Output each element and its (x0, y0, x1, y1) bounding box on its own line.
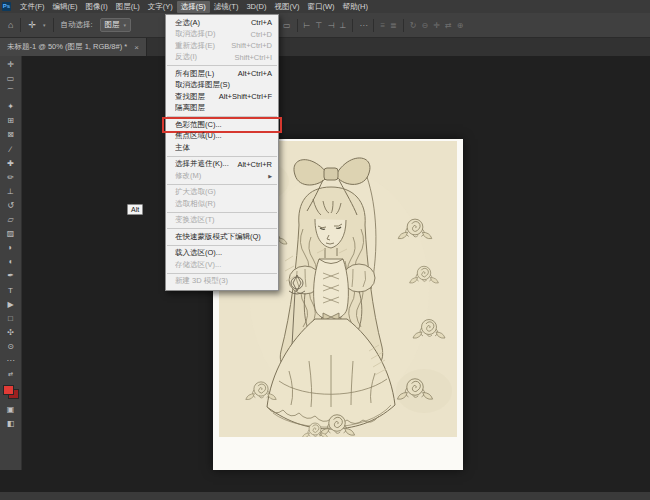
close-tab-icon[interactable]: × (134, 43, 139, 52)
chevron-down-icon: ▾ (124, 22, 127, 28)
more-options-icon[interactable]: ⋯ (359, 21, 367, 30)
move-tool-icon[interactable]: ✛ (28, 20, 36, 30)
menu-item[interactable]: 取消选择图层(S) (166, 80, 278, 92)
menu-item: 选取相似(R) (166, 198, 278, 210)
align-top-icon[interactable]: ⊥ (339, 21, 346, 30)
auto-select-dropdown[interactable]: 图层 ▾ (100, 18, 132, 32)
crop-tool[interactable]: ⊞ (7, 116, 14, 125)
chevron-down-icon[interactable]: ▾ (43, 22, 46, 28)
marquee-tool[interactable]: ▭ (7, 74, 15, 83)
menu-image[interactable]: 图像(I) (82, 1, 112, 13)
color-swatches[interactable] (3, 385, 19, 399)
3d-rotate-icon[interactable]: ↻ (410, 21, 417, 30)
menu-item[interactable]: 色彩范围(C)... (166, 119, 278, 131)
icon-group: ⋯ (359, 21, 367, 30)
align-center-icon[interactable]: ⊤ (316, 21, 323, 30)
quick-selection-tool[interactable]: ✦ (7, 102, 14, 111)
auto-select-label: 自动选择: (61, 20, 93, 30)
menu-item[interactable]: 在快速蒙版模式下编辑(Q) (166, 231, 278, 243)
home-icon[interactable]: ⌂ (8, 20, 13, 30)
document-tab[interactable]: 未标题-1 @ 50% (图层 1, RGB/8#) * × (0, 38, 147, 56)
menu-edit[interactable]: 编辑(E) (49, 1, 82, 13)
zoom-tool[interactable]: ⊙ (7, 342, 14, 351)
menubar: Ps 文件(F)编辑(E)图像(I)图层(L)文字(Y)选择(S)滤镜(T)3D… (0, 0, 650, 13)
menu-item-label: 新建 3D 模型(3) (175, 276, 272, 286)
menu-separator (167, 228, 277, 229)
submenu-arrow-icon: ▶ (268, 173, 272, 179)
menu-item-label: 色彩范围(C)... (175, 120, 272, 130)
3d-scale-icon[interactable]: ⊕ (457, 21, 464, 30)
blur-tool[interactable]: ◗ (8, 243, 13, 252)
menu-item[interactable]: 载入选区(O)... (166, 248, 278, 260)
menu-3d[interactable]: 3D(D) (242, 1, 270, 13)
menu-separator (167, 273, 277, 274)
eyedropper-tool[interactable]: ∕ (10, 145, 11, 154)
3d-slide-icon[interactable]: ⇄ (445, 21, 452, 30)
3d-drag-icon[interactable]: ✛ (433, 21, 440, 30)
menu-item-label: 隔离图层 (175, 103, 272, 113)
menu-item-label: 选取相似(R) (175, 199, 272, 209)
menu-item[interactable]: 隔离图层 (166, 103, 278, 115)
pen-tool[interactable]: ✒ (7, 271, 14, 280)
menu-item-shortcut: Ctrl+D (251, 30, 272, 39)
menu-item: 扩大选取(G) (166, 187, 278, 199)
menu-file[interactable]: 文件(F) (16, 1, 49, 13)
distribute-v-icon[interactable]: ≣ (390, 21, 397, 30)
align-right-icon[interactable]: ⊣ (328, 21, 335, 30)
auto-select-value: 图层 (105, 20, 120, 30)
dodge-tool[interactable]: ◖ (8, 257, 13, 266)
menu-item[interactable]: 所有图层(L)Alt+Ctrl+A (166, 68, 278, 80)
edit-toolbar-icon[interactable]: ⋯ (7, 356, 15, 365)
foreground-color-swatch[interactable] (3, 385, 14, 395)
menu-item[interactable]: 全选(A)Ctrl+A (166, 17, 278, 29)
menu-type[interactable]: 文字(Y) (144, 1, 177, 13)
menu-filter[interactable]: 滤镜(T) (210, 1, 243, 13)
clone-stamp-tool[interactable]: ⊥ (7, 187, 14, 196)
lasso-tool[interactable]: ⌒ (7, 88, 15, 97)
brush-tool[interactable]: ✏ (7, 173, 14, 182)
menu-item[interactable]: 主体 (166, 142, 278, 154)
menu-layer[interactable]: 图层(L) (112, 1, 144, 13)
distribute-icon[interactable]: ≡ (380, 21, 385, 30)
menu-help[interactable]: 帮助(H) (339, 1, 372, 13)
frame-tool[interactable]: ⊠ (7, 130, 14, 139)
menu-separator (167, 245, 277, 246)
divider (352, 19, 353, 32)
gradient-tool[interactable]: ▨ (7, 229, 15, 238)
tab-bar: 未标题-1 @ 50% (图层 1, RGB/8#) * × (0, 38, 650, 56)
options-left: ⌂ ✛ ▾ 自动选择: 图层 ▾ (0, 18, 131, 32)
menu-item-label: 焦点区域(U)... (175, 131, 272, 141)
hand-tool[interactable]: ✣ (7, 328, 14, 337)
tools-panel: ✛▭⌒✦⊞⊠∕✚✏⊥↺▱▨◗◖✒T▶□✣⊙⋯ ⇄ ▣◧ (0, 56, 22, 470)
menu-item-shortcut: Shift+Ctrl+D (231, 41, 272, 50)
healing-brush-tool[interactable]: ✚ (7, 159, 14, 168)
swap-colors-icon[interactable]: ⇄ (8, 370, 13, 379)
divider (403, 19, 404, 32)
path-select-tool[interactable]: ▶ (7, 300, 13, 309)
options-bar: ⌂ ✛ ▾ 自动选择: 图层 ▾ ▭⊢⊤⊣⊥⋯≡≣↻⊖✛⇄⊕ (0, 13, 650, 38)
screen-mode-button[interactable]: ◧ (7, 419, 15, 428)
menu-item: 取消选择(D)Ctrl+D (166, 29, 278, 41)
menu-window[interactable]: 窗口(W) (303, 1, 338, 13)
type-tool[interactable]: T (8, 286, 13, 295)
menu-separator (167, 212, 277, 213)
eraser-tool[interactable]: ▱ (7, 215, 13, 224)
show-transform-controls-icon[interactable]: ▭ (283, 21, 291, 30)
quick-mask-mode-button[interactable]: ▣ (7, 405, 15, 414)
menu-item[interactable]: 选择并遮住(K)...Alt+Ctrl+R (166, 159, 278, 171)
menu-item-label: 扩大选取(G) (175, 187, 272, 197)
menu-item-label: 取消选择图层(S) (175, 80, 272, 90)
menu-item-shortcut: Alt+Shift+Ctrl+F (219, 92, 272, 101)
shape-tool[interactable]: □ (8, 314, 13, 323)
menu-separator (167, 65, 277, 66)
3d-roll-icon[interactable]: ⊖ (422, 21, 429, 30)
move-tool[interactable]: ✛ (7, 60, 14, 69)
history-brush-tool[interactable]: ↺ (7, 201, 14, 210)
menu-select[interactable]: 选择(S) (177, 1, 210, 13)
align-left-icon[interactable]: ⊢ (304, 21, 311, 30)
options-right-icons: ▭⊢⊤⊣⊥⋯≡≣↻⊖✛⇄⊕ (283, 13, 463, 38)
select-menu-dropdown: 全选(A)Ctrl+A取消选择(D)Ctrl+D重新选择(E)Shift+Ctr… (165, 14, 279, 291)
menu-item[interactable]: 查找图层Alt+Shift+Ctrl+F (166, 91, 278, 103)
menu-view[interactable]: 视图(V) (270, 1, 303, 13)
menu-item[interactable]: 焦点区域(U)... (166, 131, 278, 143)
